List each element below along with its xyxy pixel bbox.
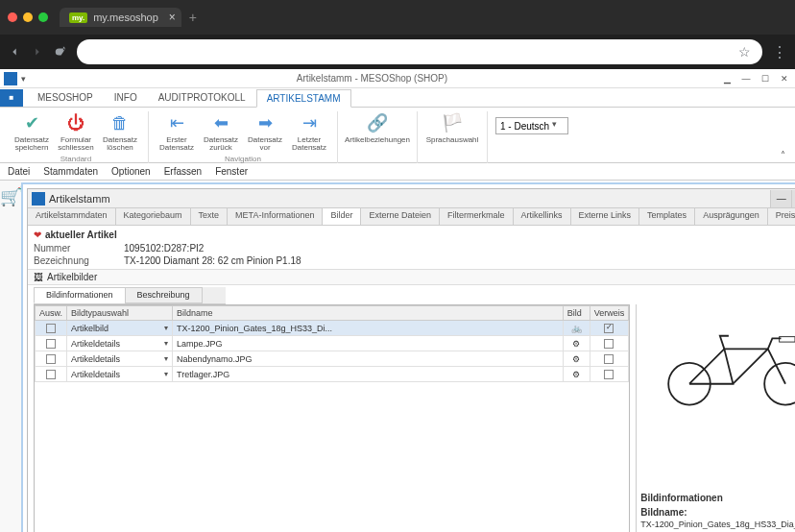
row-select-checkbox[interactable] [46, 354, 56, 364]
relations-icon: 🔗 [366, 111, 389, 134]
verweis-checkbox[interactable] [604, 370, 614, 379]
preview-panel: Bildinformationen Bildname: TX-1200_Pini… [636, 304, 795, 532]
preview-name-value: TX-1200_Pinion_Gates_18g_HS33_Dia_255.pn… [640, 520, 795, 529]
browser-tab[interactable]: my. my.mesoshop × [60, 8, 181, 27]
first-icon: ⇤ [165, 111, 188, 134]
verweis-checkbox[interactable] [604, 324, 614, 333]
language-button[interactable]: 🏳️Sprachauswahl [423, 111, 481, 144]
sub-tab-meta-informationen[interactable]: META-Informationen [228, 208, 323, 225]
ribbon-tab-artikelstamm[interactable]: ARTIKELSTAMM [256, 89, 351, 108]
sub-tab-ausprägungen[interactable]: Ausprägungen [695, 208, 768, 225]
child-maximize-button[interactable]: ☐ [791, 190, 795, 207]
tab-title: my.mesoshop [93, 12, 158, 23]
thumbnail-icon: 🚲 [571, 324, 582, 333]
nav-back-icon[interactable] [8, 45, 21, 59]
sub-tab-preise[interactable]: Preise [768, 208, 795, 225]
table-row[interactable]: Artikeldetails▾Lampe.JPG⚙ [36, 336, 629, 351]
chevron-down-icon[interactable]: ▾ [164, 354, 168, 363]
heart-icon: ❤ [34, 230, 41, 240]
close-dot[interactable] [8, 12, 17, 22]
inner-tab-beschreibung[interactable]: Beschreibung [125, 287, 203, 303]
collapse-ribbon-icon[interactable]: ˄ [781, 150, 785, 162]
sub-tab-kategoriebaum[interactable]: Kategoriebaum [116, 208, 191, 225]
chevron-down-icon[interactable]: ▾ [164, 339, 168, 348]
browser-chrome: my. my.mesoshop × + [0, 0, 795, 35]
close-form-button[interactable]: ⏻ Formularschliessen [54, 111, 98, 152]
browser-menu-icon[interactable]: ⋮ [772, 43, 787, 61]
sub-tab-texte[interactable]: Texte [191, 208, 229, 225]
grid-col-verweis[interactable]: Verweis [590, 306, 629, 321]
sub-tab-externe dateien[interactable]: Externe Dateien [361, 208, 440, 225]
first-record-button[interactable]: ⇤ErsterDatensatz [155, 111, 199, 152]
menu-fenster[interactable]: Fenster [215, 166, 248, 177]
language-select[interactable]: 1 - Deutsch [495, 117, 568, 134]
sub-tab-artikelstammdaten[interactable]: Artikelstammdaten [28, 208, 116, 225]
maximize-dot[interactable] [38, 12, 48, 22]
nav-forward-icon[interactable] [31, 45, 44, 59]
ribbon-tab-auditprotokoll[interactable]: AUDITPROTOKOLL [148, 88, 256, 107]
thumbnail-icon: ⚙ [572, 354, 580, 364]
bookmark-star-icon[interactable]: ☆ [738, 44, 751, 60]
ribbon-tab-mesoshop[interactable]: MESOSHOP [27, 88, 104, 107]
menu-datei[interactable]: Datei [8, 166, 30, 177]
row-select-checkbox[interactable] [46, 324, 56, 333]
nummer-value: 1095102:D287:PI2 [124, 243, 204, 254]
ribbon-tab-info[interactable]: INFO [104, 88, 148, 107]
table-row[interactable]: Artikeldetails▾Tretlager.JPG⚙ [36, 367, 629, 382]
app-icon [4, 72, 17, 85]
row-select-checkbox[interactable] [46, 339, 56, 349]
child-window-icon [32, 192, 45, 206]
tab-close-icon[interactable]: × [169, 11, 176, 24]
image-grid[interactable]: Ausw.BildtypauswahlBildnameBildVerweis A… [34, 304, 630, 532]
sub-tab-filtermerkmale[interactable]: Filtermerkmale [440, 208, 514, 225]
verweis-checkbox[interactable] [604, 354, 614, 364]
ribbon-group-navigation: Navigation [225, 155, 261, 163]
sub-tab-artikellinks[interactable]: Artikellinks [514, 208, 571, 225]
grid-col-bild[interactable]: Bild [563, 306, 590, 321]
prev-record-button[interactable]: ⬅Datensatzzurück [199, 111, 243, 152]
app-minimize-button[interactable]: ▁ [718, 72, 735, 85]
child-minimize-button[interactable]: — [770, 190, 791, 207]
cart-icon[interactable]: 🛒+ [0, 186, 21, 532]
menu-erfassen[interactable]: Erfassen [164, 166, 202, 177]
file-tab[interactable]: ■ [0, 89, 23, 107]
check-icon: ✔ [20, 111, 43, 134]
last-icon: ⇥ [298, 111, 321, 134]
delete-button[interactable]: 🗑 Datensatzlöschen [98, 111, 142, 152]
relations-button[interactable]: 🔗Artikelbeziehungen [344, 111, 411, 144]
minimize-dot[interactable] [23, 12, 33, 22]
new-tab-button[interactable]: + [189, 10, 197, 25]
child-window-title: Artikelstamm [49, 193, 110, 205]
sub-tab-bilder[interactable]: Bilder [323, 208, 361, 225]
inner-tab-bildinformationen[interactable]: Bildinformationen [34, 287, 126, 303]
url-input[interactable]: ☆ [77, 39, 762, 64]
menu-stammdaten[interactable]: Stammdaten [43, 166, 98, 177]
grid-col-bildname[interactable]: Bildname [173, 306, 564, 321]
side-strip: 🛒+ [0, 181, 21, 532]
image-icon: 🖼 [34, 272, 43, 282]
sub-tab-templates[interactable]: Templates [639, 208, 695, 225]
last-record-button[interactable]: ⇥LetzterDatensatz [287, 111, 331, 152]
table-row[interactable]: Artikelbild▾TX-1200_Pinion_Gates_18g_HS3… [36, 321, 629, 336]
reload-icon[interactable] [54, 45, 67, 59]
chevron-down-icon[interactable]: ▾ [164, 324, 168, 332]
app-close-button[interactable]: ✕ [776, 72, 793, 85]
menu-optionen[interactable]: Optionen [111, 166, 151, 177]
window-controls [8, 12, 48, 22]
nummer-label: Nummer [34, 243, 101, 254]
save-button[interactable]: ✔ Datensatzspeichern [10, 111, 54, 152]
chevron-down-icon[interactable]: ▾ [164, 370, 168, 378]
next-record-button[interactable]: ➡Datensatzvor [243, 111, 287, 152]
grid-col-bildtypauswahl[interactable]: Bildtypauswahl [67, 306, 173, 321]
app-restore-button[interactable]: — [737, 72, 755, 85]
bezeichnung-value: TX-1200 Diamant 28: 62 cm Pinion P1.18 [124, 255, 301, 266]
verweis-checkbox[interactable] [604, 339, 614, 349]
sub-tabs: ArtikelstammdatenKategoriebaumTexteMETA-… [28, 208, 795, 226]
grid-col-ausw.[interactable]: Ausw. [36, 306, 67, 321]
app-titlebar: ▾ Artikelstamm - MESOShop (SHOP) ▁ — ☐ ✕ [0, 69, 795, 88]
row-select-checkbox[interactable] [46, 370, 56, 379]
app-maximize-button[interactable]: ☐ [757, 72, 774, 85]
table-row[interactable]: Artikeldetails▾Nabendynamo.JPG⚙ [36, 351, 629, 367]
arrow-left-icon: ⬅ [209, 111, 232, 134]
sub-tab-externe links[interactable]: Externe Links [571, 208, 640, 225]
